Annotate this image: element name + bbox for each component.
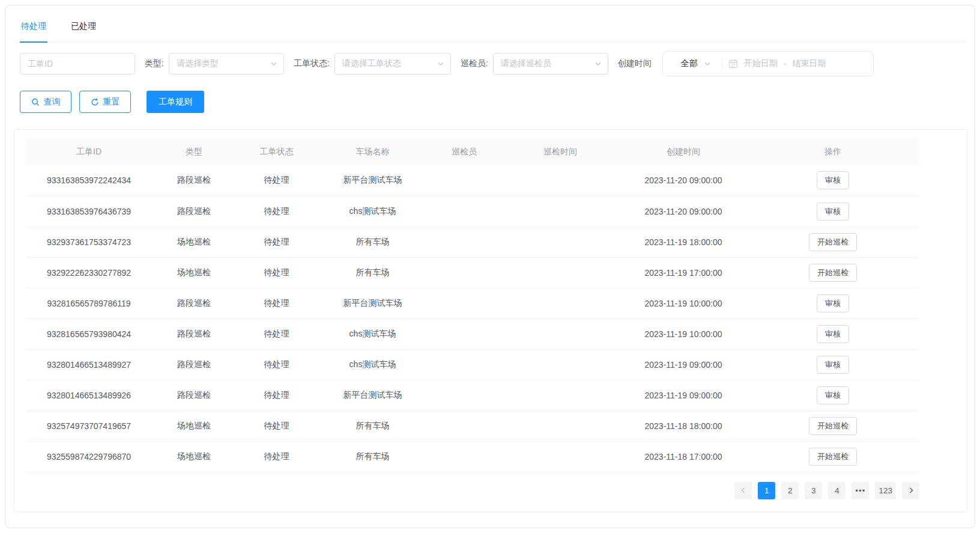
end-date-input[interactable]: 结束日期 bbox=[792, 58, 826, 69]
cell-status: 待处理 bbox=[236, 410, 317, 441]
cell-inspect-time bbox=[500, 288, 620, 318]
reset-button-label: 重置 bbox=[103, 97, 120, 108]
cell-parking: 所有车场 bbox=[317, 227, 428, 257]
cell-type: 路段巡检 bbox=[152, 349, 236, 380]
type-select[interactable]: 请选择类型 bbox=[169, 53, 284, 75]
created-time-label: 创建时间 bbox=[618, 58, 652, 69]
cell-status: 待处理 bbox=[236, 380, 317, 410]
row-action-button[interactable]: 审核 bbox=[817, 325, 849, 343]
cell-inspect-time bbox=[500, 318, 620, 349]
row-action-button[interactable]: 开始巡检 bbox=[809, 417, 857, 435]
cell-created: 2023-11-19 17:00:00 bbox=[620, 257, 746, 288]
chevron-down-icon bbox=[594, 60, 602, 67]
row-action-button[interactable]: 开始巡检 bbox=[809, 264, 857, 282]
cell-created: 2023-11-19 10:00:00 bbox=[620, 318, 746, 349]
cell-type: 场地巡检 bbox=[152, 257, 236, 288]
col-actions: 操作 bbox=[746, 138, 919, 165]
cell-id: 932922262330277892 bbox=[26, 257, 152, 288]
pagination-page-123[interactable]: 123 bbox=[875, 482, 896, 499]
chevron-down-icon bbox=[704, 60, 711, 67]
cell-actions: 开始巡检 bbox=[746, 227, 919, 257]
cell-parking: 所有车场 bbox=[317, 441, 428, 472]
cell-status: 待处理 bbox=[236, 349, 317, 380]
order-id-input[interactable] bbox=[20, 53, 135, 75]
cell-status: 待处理 bbox=[236, 257, 317, 288]
pagination-page-2[interactable]: 2 bbox=[781, 482, 799, 499]
cell-type: 场地巡检 bbox=[152, 410, 236, 441]
cell-inspector bbox=[428, 318, 500, 349]
row-action-button[interactable]: 开始巡检 bbox=[809, 448, 857, 466]
tab-pending[interactable]: 待处理 bbox=[20, 21, 47, 42]
cell-inspector bbox=[428, 196, 500, 227]
pagination-page-4[interactable]: 4 bbox=[828, 482, 845, 499]
cell-inspect-time bbox=[500, 380, 620, 410]
row-action-button[interactable]: 审核 bbox=[817, 294, 849, 312]
tab-processed[interactable]: 已处理 bbox=[70, 21, 97, 42]
app-window: 待处理 已处理 类型: 请选择类型 工单状态: 请选择工单状态 bbox=[5, 5, 975, 528]
divider bbox=[722, 57, 722, 70]
cell-actions: 审核 bbox=[746, 196, 919, 227]
row-action-button[interactable]: 开始巡检 bbox=[809, 233, 857, 251]
col-parking-name: 车场名称 bbox=[317, 138, 428, 165]
inspector-select-placeholder: 请选择巡检员 bbox=[501, 58, 551, 69]
toolbar: 查询 重置 工单规则 bbox=[20, 91, 967, 113]
cell-created: 2023-11-19 10:00:00 bbox=[620, 288, 746, 318]
cell-created: 2023-11-20 09:00:00 bbox=[620, 165, 746, 196]
query-button[interactable]: 查询 bbox=[20, 91, 71, 113]
cell-type: 场地巡检 bbox=[152, 227, 236, 257]
cell-id: 932559874229796870 bbox=[26, 441, 152, 472]
cell-actions: 审核 bbox=[746, 349, 919, 380]
col-inspect-time: 巡检时间 bbox=[500, 138, 620, 165]
cell-id: 932937361753374723 bbox=[26, 227, 152, 257]
cell-actions: 开始巡检 bbox=[746, 257, 919, 288]
table-row: 932816565789786119路段巡检待处理新平台测试车场2023-11-… bbox=[26, 288, 919, 318]
table-row: 932937361753374723场地巡检待处理所有车场2023-11-19 … bbox=[26, 227, 919, 257]
col-order-id: 工单ID bbox=[26, 138, 152, 165]
cell-inspector bbox=[428, 410, 500, 441]
chevron-down-icon bbox=[270, 60, 277, 67]
refresh-icon bbox=[91, 98, 99, 106]
cell-actions: 开始巡检 bbox=[746, 410, 919, 441]
table-row: 932816565793980424路段巡检待处理chs测试车场2023-11-… bbox=[26, 318, 919, 349]
cell-parking: 新平台测试车场 bbox=[317, 288, 428, 318]
pagination-prev-icon[interactable] bbox=[734, 482, 752, 499]
inspector-select[interactable]: 请选择巡检员 bbox=[493, 53, 608, 75]
col-status: 工单状态 bbox=[236, 138, 317, 165]
reset-button[interactable]: 重置 bbox=[79, 91, 131, 113]
cell-actions: 审核 bbox=[746, 165, 919, 196]
cell-id: 932801466513489926 bbox=[26, 380, 152, 410]
tab-processed-label: 已处理 bbox=[71, 21, 96, 31]
work-order-rules-button[interactable]: 工单规则 bbox=[147, 91, 204, 113]
row-action-button[interactable]: 审核 bbox=[817, 356, 849, 374]
pagination-page-3[interactable]: 3 bbox=[805, 482, 822, 499]
cell-id: 932574973707419657 bbox=[26, 410, 152, 441]
cell-created: 2023-11-19 09:00:00 bbox=[620, 380, 746, 410]
cell-id: 933163853972242434 bbox=[26, 165, 152, 196]
table-row: 933163853972242434路段巡检待处理新平台测试车场2023-11-… bbox=[26, 165, 919, 196]
pagination-next-icon[interactable] bbox=[902, 482, 919, 499]
cell-id: 933163853976436739 bbox=[26, 196, 152, 227]
status-label: 工单状态: bbox=[294, 58, 330, 69]
pagination-ellipsis[interactable]: ••• bbox=[851, 482, 869, 499]
start-date-input[interactable]: 开始日期 bbox=[744, 58, 778, 69]
cell-inspector bbox=[428, 288, 500, 318]
row-action-button[interactable]: 审核 bbox=[817, 171, 849, 189]
cell-type: 路段巡检 bbox=[152, 288, 236, 318]
cell-created: 2023-11-20 09:00:00 bbox=[620, 196, 746, 227]
status-select[interactable]: 请选择工单状态 bbox=[334, 53, 451, 75]
tab-bar: 待处理 已处理 bbox=[13, 5, 967, 43]
cell-inspect-time bbox=[500, 349, 620, 380]
range-preset-dropdown[interactable]: 全部 bbox=[670, 58, 716, 69]
filter-bar: 类型: 请选择类型 工单状态: 请选择工单状态 巡检员: 请选择巡检员 bbox=[20, 51, 967, 76]
cell-parking: 所有车场 bbox=[317, 257, 428, 288]
cell-type: 场地巡检 bbox=[152, 441, 236, 472]
type-label: 类型: bbox=[145, 58, 164, 69]
row-action-button[interactable]: 审核 bbox=[817, 203, 849, 221]
pagination-page-1[interactable]: 1 bbox=[758, 482, 775, 499]
row-action-button[interactable]: 审核 bbox=[817, 386, 849, 404]
cell-type: 路段巡检 bbox=[152, 165, 236, 196]
cell-status: 待处理 bbox=[236, 196, 317, 227]
cell-inspector bbox=[428, 380, 500, 410]
col-created-time: 创建时间 bbox=[620, 138, 746, 165]
cell-parking: chs测试车场 bbox=[317, 196, 428, 227]
